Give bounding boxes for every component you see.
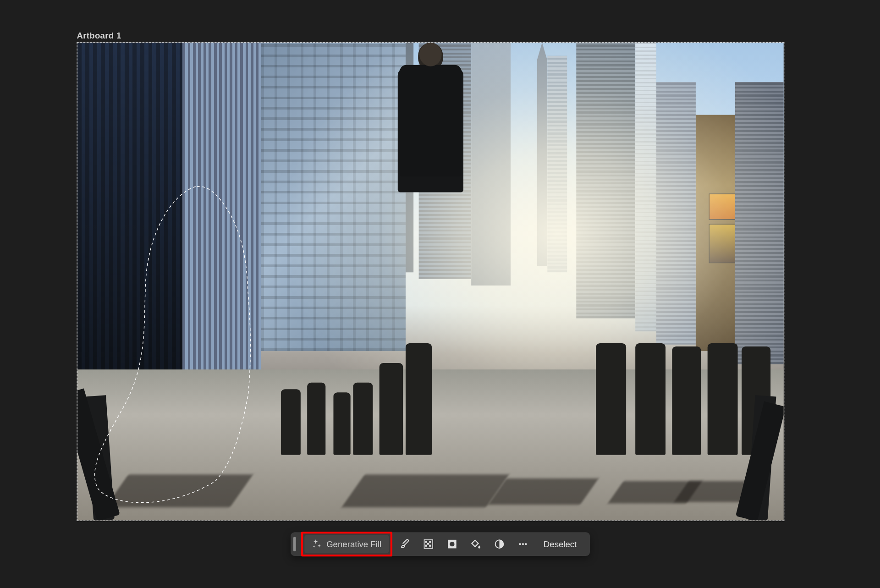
building — [735, 82, 784, 364]
canvas[interactable] — [77, 42, 785, 521]
pedestrian — [596, 343, 626, 455]
mask-icon — [447, 539, 457, 550]
building — [656, 82, 696, 345]
pedestrian — [353, 383, 373, 455]
building — [471, 43, 511, 286]
taskbar-drag-handle[interactable] — [293, 537, 296, 551]
svg-point-7 — [450, 542, 455, 546]
building — [635, 43, 656, 331]
billboard — [709, 193, 739, 220]
brush-selection-button[interactable] — [394, 535, 416, 553]
more-options-button[interactable] — [512, 535, 534, 553]
pedestrian — [333, 392, 350, 455]
svg-rect-1 — [425, 541, 427, 543]
pedestrian — [635, 343, 666, 455]
svg-rect-2 — [429, 541, 431, 543]
billboard — [709, 224, 739, 263]
more-icon — [518, 539, 528, 550]
tutorial-highlight: Generative Fill — [301, 532, 392, 556]
fill-icon — [471, 539, 481, 550]
adjust-icon — [494, 539, 505, 550]
pedestrian — [708, 343, 738, 455]
svg-rect-3 — [427, 543, 429, 544]
generative-fill-button[interactable]: Generative Fill — [304, 535, 389, 553]
building — [576, 43, 635, 318]
artboard-label[interactable]: Artboard 1 — [77, 31, 121, 40]
building — [547, 56, 567, 273]
remove-background-icon — [424, 539, 434, 550]
building-spire — [537, 43, 547, 266]
svg-point-10 — [522, 543, 524, 545]
building — [182, 43, 261, 371]
svg-point-9 — [519, 543, 521, 545]
pedestrian — [281, 389, 301, 455]
pedestrian — [672, 346, 701, 455]
adjustment-button[interactable] — [489, 535, 511, 553]
pedestrian — [406, 343, 432, 455]
create-mask-button[interactable] — [441, 535, 463, 553]
contextual-taskbar: Generative Fill — [290, 532, 590, 556]
sparkle-icon — [312, 539, 321, 549]
svg-rect-4 — [425, 545, 427, 547]
brush-icon — [400, 539, 410, 550]
deselect-button[interactable]: Deselect — [536, 535, 585, 553]
svg-rect-5 — [429, 545, 431, 547]
pedestrian — [380, 363, 403, 455]
generative-fill-label: Generative Fill — [326, 539, 381, 549]
building — [261, 43, 406, 351]
canvas-image — [77, 43, 784, 520]
pedestrian — [307, 383, 325, 455]
svg-point-11 — [525, 543, 527, 545]
fill-selection-button[interactable] — [465, 535, 487, 553]
building — [77, 43, 182, 384]
modify-selection-button[interactable] — [418, 535, 440, 553]
